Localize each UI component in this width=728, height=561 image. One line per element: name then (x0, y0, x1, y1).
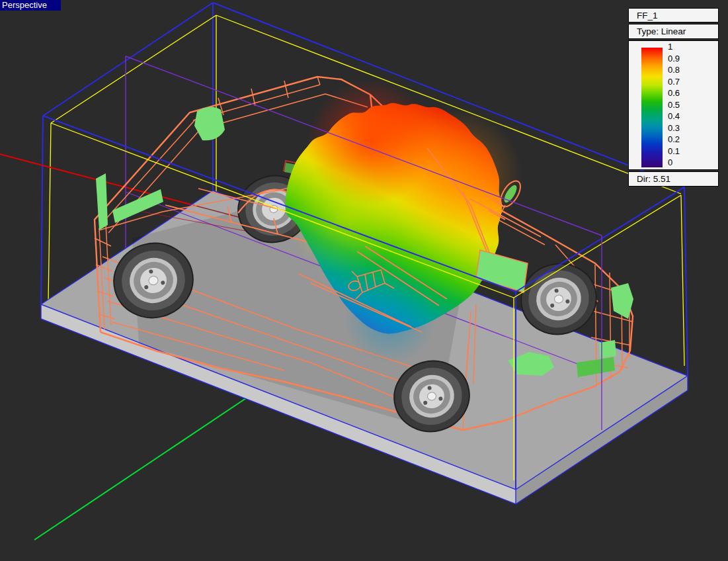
side-window-strip (112, 189, 163, 223)
colorbar-gradient (641, 48, 663, 167)
colorbar-tick: 0.3 (668, 124, 680, 133)
rear-window-near (96, 173, 108, 230)
colorbar-tick: 0.5 (668, 101, 680, 110)
scene-canvas[interactable] (0, 0, 728, 561)
colorbar-tick: 0.1 (668, 147, 680, 156)
legend-color-scale: 1 0.9 0.8 0.7 0.6 0.5 0.4 0.3 0.2 0.1 0 (628, 40, 719, 170)
legend-title: FF_1 (628, 8, 719, 22)
colorbar-tick: 0.8 (668, 65, 680, 75)
axis-y-green (34, 390, 258, 540)
rear-window-far (194, 107, 225, 140)
colorbar-tick: 0.7 (668, 77, 680, 87)
colorbar-tick: 0 (668, 158, 680, 167)
colorbar-tick: 1 (668, 42, 680, 52)
viewport-label[interactable]: Perspective (0, 0, 61, 11)
colorbar-tick-labels: 1 0.9 0.8 0.7 0.6 0.5 0.4 0.3 0.2 0.1 0 (668, 42, 680, 167)
colorbar-tick: 0.6 (668, 89, 680, 98)
colorbar-tick: 0.4 (668, 112, 680, 121)
legend-directivity: Dir: 5.51 (628, 171, 719, 187)
legend-type-label: Type: Linear (628, 24, 719, 39)
colorbar-tick: 0.9 (668, 54, 680, 64)
viewport-3d[interactable]: Perspective FF_1 Type: Linear 1 0.9 0.8 … (0, 0, 728, 561)
colorbar-tick: 0.2 (668, 135, 680, 144)
headlight-right (611, 283, 633, 319)
